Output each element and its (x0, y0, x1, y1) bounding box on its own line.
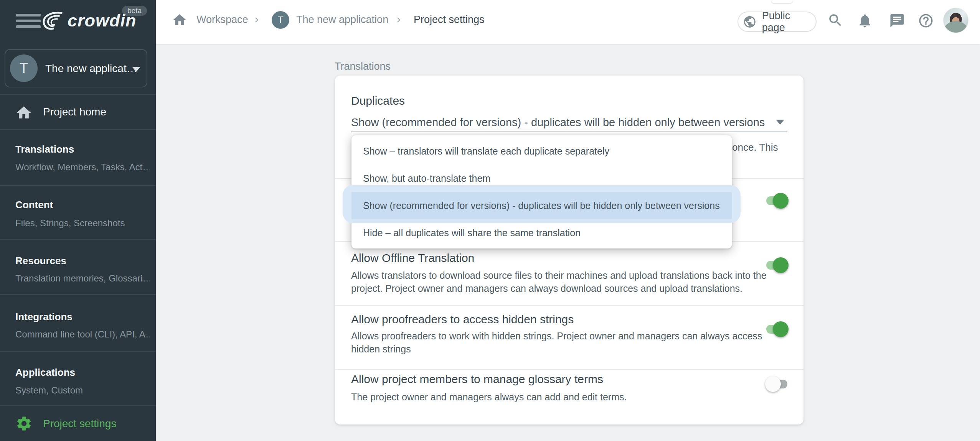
offline-translation-description: Allows translators to download source fi… (351, 269, 777, 295)
messages-icon[interactable] (889, 13, 905, 29)
divider (0, 294, 156, 295)
sidebar-item-content-sub: Files, Strings, Screenshots (15, 218, 125, 229)
divider (0, 94, 156, 95)
user-avatar[interactable] (943, 8, 968, 33)
chevron-right-icon (394, 15, 404, 25)
project-selector-avatar: T (10, 54, 38, 82)
proofreaders-hidden-strings-toggle[interactable] (766, 325, 787, 334)
gear-icon (15, 415, 33, 432)
public-page-button[interactable]: Public page (737, 12, 817, 32)
sidebar-item-project-settings[interactable]: Project settings (43, 418, 116, 430)
offline-translation-title: Allow Offline Translation (351, 252, 474, 265)
sidebar-item-project-home[interactable]: Project home (43, 106, 106, 118)
translations-settings-card: Duplicates Show (recommended for version… (335, 76, 803, 425)
sidebar-item-integrations-sub: Command line tool (CLI), API, A… (15, 329, 150, 340)
divider (335, 305, 803, 306)
manage-glossary-title: Allow project members to manage glossary… (351, 373, 603, 386)
sidebar-item-resources[interactable]: Resources (15, 255, 66, 267)
dropdown-option-show-autotranslate[interactable]: Show, but auto-translate them (351, 165, 732, 192)
divider (0, 185, 156, 186)
sidebar-item-integrations[interactable]: Integrations (15, 311, 73, 323)
proofreaders-hidden-strings-title: Allow proofreaders to access hidden stri… (351, 313, 574, 326)
divider (335, 369, 803, 370)
crowdin-bird-icon (41, 9, 65, 34)
sidebar: crowdin beta T The new applicat… Project… (0, 0, 156, 441)
settings-section-label: Translations (335, 61, 391, 72)
duplicates-description-fragment: once. This (732, 142, 778, 153)
dropdown-option-hide[interactable]: Hide – all duplicates will share the sam… (351, 219, 732, 247)
duplicates-select[interactable]: Show (recommended for versions) - duplic… (351, 116, 765, 129)
manage-glossary-toggle[interactable] (766, 380, 787, 388)
sidebar-item-translations[interactable]: Translations (15, 143, 74, 155)
sidebar-item-resources-sub: Translation memories, Glossari… (15, 273, 150, 284)
public-page-label: Public page (762, 10, 816, 34)
toggle-thumb (765, 376, 781, 392)
select-caret-icon[interactable] (776, 120, 784, 125)
manage-glossary-description: The project owner and managers always ca… (351, 390, 777, 403)
toggle-thumb (773, 257, 789, 273)
offline-translation-toggle[interactable] (766, 261, 787, 270)
divider (0, 129, 156, 130)
home-icon (15, 104, 32, 121)
breadcrumb-project-avatar: T (272, 11, 289, 29)
divider (0, 239, 156, 240)
breadcrumb-current-page: Project settings (414, 14, 485, 26)
hidden-setting-toggle[interactable] (766, 196, 787, 205)
beta-badge: beta (122, 6, 147, 16)
topbar: Workspace T The new application Project … (156, 0, 980, 44)
toggle-thumb (773, 321, 789, 337)
dropdown-option-show-recommended[interactable]: Show (recommended for versions) - duplic… (351, 192, 732, 219)
toggle-thumb (773, 193, 789, 209)
breadcrumb-project[interactable]: The new application (296, 14, 388, 26)
sidebar-item-applications-sub: System, Custom (15, 385, 83, 396)
duplicates-title: Duplicates (351, 94, 405, 107)
divider (0, 351, 156, 352)
notifications-bell-icon[interactable] (857, 13, 873, 29)
chevron-right-icon (252, 15, 262, 25)
toast-fragment (771, 0, 793, 3)
select-underline (351, 132, 787, 132)
duplicates-dropdown-menu: Show – translators will translate each d… (351, 135, 732, 248)
search-icon[interactable] (827, 12, 843, 28)
home-icon[interactable] (172, 12, 187, 28)
chevron-down-icon (132, 67, 140, 72)
menu-hamburger-icon[interactable] (16, 14, 41, 28)
sidebar-item-translations-sub: Workflow, Members, Tasks, Act… (15, 162, 150, 173)
dropdown-option-show-separately[interactable]: Show – translators will translate each d… (351, 138, 732, 165)
project-selector-label: The new applicat… (45, 63, 137, 75)
sidebar-item-content[interactable]: Content (15, 199, 53, 211)
globe-icon (743, 15, 757, 29)
breadcrumb-workspace[interactable]: Workspace (196, 14, 248, 26)
proofreaders-hidden-strings-description: Allows proofreaders to work with hidden … (351, 329, 777, 355)
sidebar-item-applications[interactable]: Applications (15, 367, 75, 378)
help-icon[interactable] (918, 13, 934, 29)
crowdin-project-settings-screen: Workspace T The new application Project … (0, 0, 980, 441)
divider (0, 405, 156, 406)
